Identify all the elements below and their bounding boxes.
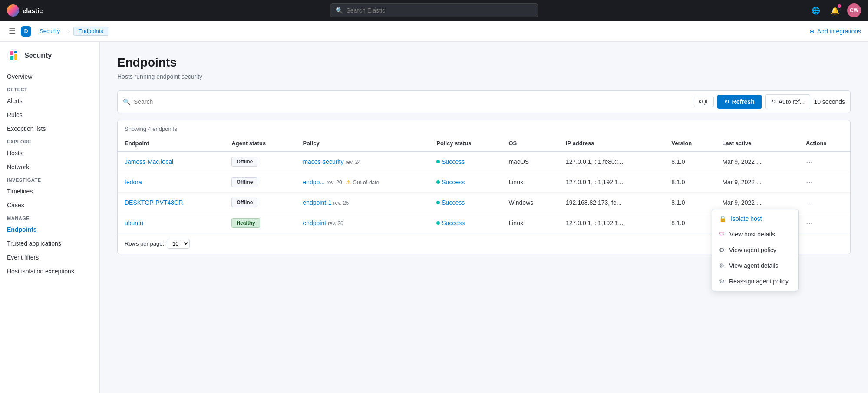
- refresh-button[interactable]: ↻ Refresh: [717, 95, 762, 109]
- table-header-row: Endpoint Agent status Policy Policy stat…: [118, 136, 850, 151]
- interval-label: 10 seconds: [814, 98, 845, 105]
- cell-policy-status: Success: [429, 151, 502, 172]
- add-integrations-button[interactable]: ⊕ Add integrations: [809, 28, 861, 35]
- table-row: Jamess-Mac.local Offline macos-security …: [118, 151, 850, 172]
- global-search-bar[interactable]: 🔍: [330, 3, 538, 17]
- sidebar-item-overview[interactable]: Overview: [0, 70, 99, 83]
- cases-label: Cases: [7, 202, 24, 209]
- page-subtitle: Hosts running endpoint security: [117, 73, 851, 80]
- kql-button[interactable]: KQL: [694, 97, 714, 107]
- cell-actions: ⋯: [799, 213, 850, 233]
- lock-icon: 🔒: [719, 215, 726, 222]
- row-actions-button[interactable]: ⋯: [806, 158, 813, 166]
- cell-ip: 127.0.0.1, ::1,fe80::...: [559, 151, 664, 172]
- policy-status-text: Success: [442, 158, 465, 165]
- sidebar-item-alerts[interactable]: Alerts: [0, 94, 99, 108]
- refresh-icon: ↻: [724, 98, 729, 105]
- cell-endpoint: Jamess-Mac.local: [118, 151, 224, 172]
- trusted-applications-label: Trusted applications: [7, 240, 61, 247]
- search-wrapper: 🔍: [123, 98, 690, 105]
- overview-label: Overview: [7, 73, 32, 80]
- cell-last-active: Mar 9, 2022 ...: [715, 172, 799, 193]
- sidebar-item-network[interactable]: Network: [0, 160, 99, 174]
- cell-version: 8.1.0: [664, 151, 715, 172]
- context-menu-item-view-agent-policy[interactable]: ⚙View agent policy: [712, 242, 798, 258]
- endpoint-search-input[interactable]: [134, 98, 690, 105]
- logo-text: elastic: [23, 7, 43, 14]
- cell-version: 8.1.0: [664, 172, 715, 193]
- sidebar-item-timelines[interactable]: Timelines: [0, 184, 99, 198]
- help-icon-button[interactable]: 🌐: [809, 3, 823, 17]
- sidebar-header: Security: [0, 49, 99, 70]
- breadcrumb-security[interactable]: Security: [35, 27, 65, 36]
- col-version: Version: [664, 136, 715, 151]
- breadcrumb-separator: ›: [68, 28, 70, 34]
- context-menu-label: View agent policy: [729, 246, 776, 253]
- event-filters-label: Event filters: [7, 254, 39, 261]
- cell-version: 8.1.0: [664, 193, 715, 213]
- policy-status-text: Success: [442, 199, 465, 206]
- manage-section-label: Manage: [0, 212, 99, 223]
- add-integrations-icon: ⊕: [809, 28, 815, 35]
- notification-badge: [838, 4, 841, 8]
- cell-policy-status: Success: [429, 172, 502, 193]
- context-menu-item-reassign-agent-policy[interactable]: ⚙Reassign agent policy: [712, 273, 798, 289]
- cell-policy: endpoint rev. 20: [296, 213, 429, 233]
- search-input[interactable]: [347, 7, 533, 14]
- notifications-button[interactable]: 🔔: [828, 3, 842, 17]
- search-icon: 🔍: [123, 98, 130, 105]
- row-actions-button[interactable]: ⋯: [806, 219, 813, 227]
- policy-link[interactable]: macos-security: [303, 158, 343, 165]
- sidebar-item-hosts[interactable]: Hosts: [0, 146, 99, 160]
- hosts-label: Hosts: [7, 150, 23, 157]
- gear-icon: ⚙: [719, 246, 725, 253]
- sidebar-section-manage: Manage Endpoints Trusted applications Ev…: [0, 212, 99, 278]
- cell-agent-status: Offline: [224, 172, 296, 193]
- status-dot: [436, 221, 440, 225]
- hamburger-menu-button[interactable]: ☰: [7, 25, 17, 38]
- agent-status-badge: Offline: [231, 157, 257, 167]
- context-menu-item-view-agent-details[interactable]: ⚙View agent details: [712, 258, 798, 273]
- row-actions-button[interactable]: ⋯: [806, 199, 813, 207]
- cell-endpoint: DESKTOP-PVT48CR: [118, 193, 224, 213]
- sidebar-section-explore: Explore Hosts Network: [0, 136, 99, 174]
- sidebar-item-trusted-applications[interactable]: Trusted applications: [0, 236, 99, 250]
- breadcrumb-endpoints[interactable]: Endpoints: [73, 27, 108, 36]
- endpoints-label: Endpoints: [7, 226, 36, 233]
- policy-link[interactable]: endpoint-1: [303, 199, 331, 206]
- endpoint-link[interactable]: Jamess-Mac.local: [125, 158, 173, 165]
- elastic-logo[interactable]: elastic: [7, 4, 43, 17]
- cell-os: Windows: [502, 193, 559, 213]
- svg-rect-4: [14, 54, 17, 60]
- sidebar-item-endpoints[interactable]: Endpoints: [0, 223, 99, 236]
- auto-refresh-button[interactable]: ↻ Auto ref...: [765, 94, 811, 109]
- sidebar-item-event-filters[interactable]: Event filters: [0, 250, 99, 264]
- cell-os: macOS: [502, 151, 559, 172]
- context-menu-label: Reassign agent policy: [729, 278, 789, 285]
- svg-rect-1: [10, 51, 13, 55]
- endpoint-link[interactable]: fedora: [125, 179, 142, 186]
- endpoint-link[interactable]: ubuntu: [125, 220, 143, 226]
- policy-link[interactable]: endpo...: [303, 179, 325, 186]
- col-policy-status: Policy status: [429, 136, 502, 151]
- detect-section-label: Detect: [0, 83, 99, 94]
- sidebar-item-cases[interactable]: Cases: [0, 198, 99, 212]
- context-menu-item-isolate-host[interactable]: 🔒Isolate host: [712, 211, 798, 226]
- sidebar-section-main: Overview: [0, 70, 99, 83]
- warning-icon: ⚠: [346, 179, 351, 186]
- cell-ip: 192.168.82.173, fe...: [559, 193, 664, 213]
- context-menu-item-view-host-details[interactable]: 🛡View host details: [712, 226, 798, 242]
- svg-rect-2: [14, 51, 17, 53]
- agent-status-badge: Offline: [231, 177, 257, 187]
- rows-per-page-select[interactable]: 10 25 50: [167, 239, 190, 249]
- endpoint-link[interactable]: DESKTOP-PVT48CR: [125, 199, 183, 206]
- sidebar-item-rules[interactable]: Rules: [0, 108, 99, 122]
- sidebar-item-host-isolation[interactable]: Host isolation exceptions: [0, 264, 99, 278]
- policy-link[interactable]: endpoint: [303, 220, 326, 226]
- row-actions-button[interactable]: ⋯: [806, 178, 813, 187]
- cell-os: Linux: [502, 172, 559, 193]
- cell-version: 8.1.0: [664, 213, 715, 233]
- user-avatar-button[interactable]: CW: [847, 3, 861, 17]
- sidebar-item-exception-lists[interactable]: Exception lists: [0, 122, 99, 136]
- cell-agent-status: Offline: [224, 193, 296, 213]
